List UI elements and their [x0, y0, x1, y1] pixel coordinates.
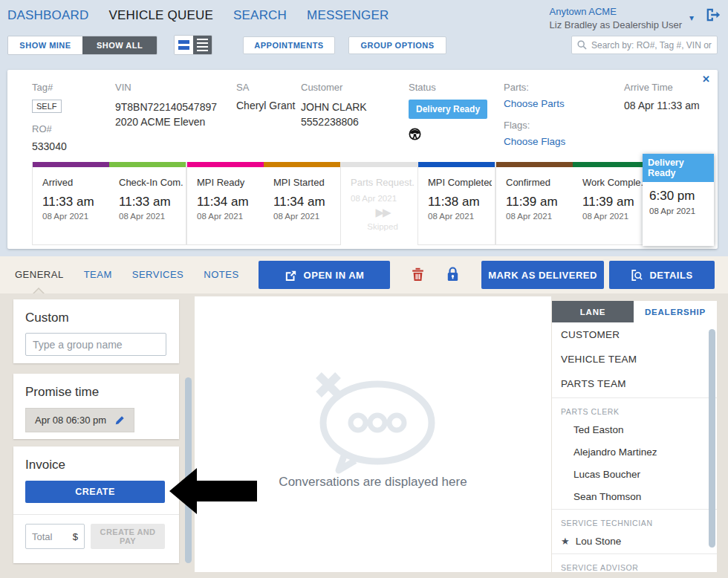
create-invoice-button[interactable]: CREATE [25, 481, 165, 503]
flags-label: Flags: [504, 120, 565, 131]
open-in-am-button[interactable]: OPEN IN AM [259, 261, 390, 289]
invoice-title: Invoice [13, 447, 179, 473]
tab-team[interactable]: TEAM [84, 269, 112, 280]
status-badge[interactable]: Delivery Ready [409, 100, 487, 119]
logout-icon[interactable] [704, 7, 721, 23]
customer-column: Customer JOHN CLARK 5552238806 [301, 82, 367, 130]
nav-vehicle-queue[interactable]: VEHICLE QUEUE [109, 8, 214, 23]
team-list-panel: CUSTOMER VEHICLE TEAM PARTS TEAM PARTS C… [552, 322, 717, 572]
invoice-card: Invoice CREATE $ CREATE AND PAY [13, 447, 179, 563]
member-lou-stone[interactable]: ★Lou Stone [552, 530, 717, 552]
promise-time-title: Promise time [13, 374, 179, 400]
current-step-time: 6:30 pm [649, 189, 707, 204]
timeline-step-mpi-started[interactable]: MPI Started 11:34 am 08 Apr 2021 [264, 162, 340, 244]
nav-search[interactable]: SEARCH [233, 8, 287, 23]
total-input[interactable] [32, 531, 63, 542]
vehicle-queue-app: DASHBOARD VEHICLE QUEUE SEARCH MESSENGER… [0, 0, 728, 578]
timeline-step-confirmed[interactable]: Confirmed 11:39 am 08 Apr 2021 [496, 162, 573, 244]
promise-time-chip[interactable]: Apr 08 06:30 pm [25, 408, 134, 432]
tab-services[interactable]: SERVICES [132, 269, 184, 280]
timeline-color-bar [496, 162, 573, 167]
list-divider [552, 509, 717, 510]
member-lucas-boucher[interactable]: Lucas Boucher [552, 463, 717, 485]
tab-general[interactable]: GENERAL [15, 269, 64, 280]
vin-label: VIN [115, 82, 217, 93]
timeline-color-bar [264, 162, 340, 167]
member-alejandro-martinez[interactable]: Alejandro Martinez [552, 441, 717, 463]
search-icon [577, 40, 587, 50]
timeline-color-bar [33, 162, 109, 167]
nav-dashboard[interactable]: DASHBOARD [7, 8, 89, 23]
annotation-arrow-icon [169, 468, 257, 514]
delete-icon[interactable] [411, 266, 425, 282]
show-all-button[interactable]: SHOW ALL [82, 36, 157, 54]
promise-time-card: Promise time Apr 08 06:30 pm [13, 374, 179, 439]
status-timeline: Arrived 11:33 am 08 Apr 2021 Check-In Co… [32, 162, 650, 245]
details-button[interactable]: DETAILS [609, 261, 715, 289]
timeline-current-step-card[interactable]: Delivery Ready 6:30 pm 08 Apr 2021 [643, 154, 714, 246]
current-step-title: Delivery Ready [643, 154, 714, 182]
invoice-divider [13, 514, 179, 515]
section-service-advisor: SERVICE ADVISOR [552, 556, 717, 572]
search-input[interactable] [591, 40, 712, 51]
custom-group-card: Custom [13, 299, 179, 363]
group-options-button[interactable]: GROUP OPTIONS [348, 36, 446, 54]
card-view-icon[interactable] [175, 36, 193, 54]
mark-as-delivered-button[interactable]: MARK AS DELIVERED [481, 261, 604, 289]
top-navigation: DASHBOARD VEHICLE QUEUE SEARCH MESSENGER [7, 8, 389, 23]
tab-dealership[interactable]: DEALERSHIP [634, 301, 717, 322]
timeline-step-arrived[interactable]: Arrived 11:33 am 08 Apr 2021 [33, 162, 109, 244]
edit-pencil-icon[interactable] [114, 415, 125, 426]
custom-card-title: Custom [13, 299, 179, 325]
view-mode-toggle [174, 35, 212, 55]
list-view-icon[interactable] [193, 36, 212, 54]
choose-parts-link[interactable]: Choose Parts [504, 98, 565, 109]
timeline-step-parts-requested-skipped[interactable]: Parts Request... 08 Apr 2021 ▶▶ Skipped [341, 162, 417, 245]
member-ted-easton[interactable]: Ted Easton [552, 418, 717, 441]
choose-flags-link[interactable]: Choose Flags [504, 136, 565, 147]
timeline-color-bar [109, 162, 186, 167]
empty-conversation-icon [306, 369, 440, 478]
timeline-color-bar [341, 162, 417, 167]
arrive-time-label: Arrive Time [624, 82, 700, 93]
timeline-step-mpi-ready[interactable]: MPI Ready 11:34 am 08 Apr 2021 [187, 162, 264, 244]
user-role-label: Liz Bradley as Dealership User [550, 19, 682, 32]
customer-phone: 5552238806 [301, 114, 367, 129]
active-tab-notch [33, 288, 45, 293]
group-customer[interactable]: CUSTOMER [552, 322, 717, 347]
group-vehicle-team[interactable]: VEHICLE TEAM [552, 347, 717, 371]
star-icon: ★ [561, 536, 570, 547]
group-name-input[interactable] [25, 333, 166, 356]
close-icon[interactable]: ✕ [702, 74, 710, 85]
status-label: Status [409, 82, 487, 93]
ro-label: RO# [32, 123, 67, 134]
current-step-date: 08 Apr 2021 [649, 207, 707, 215]
create-and-pay-button[interactable]: CREATE AND PAY [91, 524, 165, 549]
total-amount-field[interactable]: $ [25, 524, 85, 549]
appointments-button[interactable]: APPOINTMENTS [243, 36, 335, 54]
lock-icon[interactable] [446, 266, 459, 282]
tab-notes[interactable]: NOTES [204, 269, 238, 280]
timeline-step-checkin[interactable]: Check-In Com... 11:33 am 08 Apr 2021 [109, 162, 186, 244]
show-filter-toggle: SHOW MINE SHOW ALL [7, 36, 157, 55]
account-info[interactable]: Anytown ACME Liz Bradley as Dealership U… [550, 5, 682, 31]
group-parts-team[interactable]: PARTS TEAM [552, 371, 717, 396]
arrive-time-value: 08 Apr 11:33 am [624, 100, 700, 111]
details-magnifier-icon [631, 269, 643, 282]
timeline-step-work-completed[interactable]: Work Comple... 11:39 am 08 Apr 2021 [573, 162, 649, 244]
timeline-color-bar [418, 162, 495, 167]
skipped-label: Skipped [351, 222, 415, 231]
tag-column: Tag# SELF RO# 533040 [32, 82, 67, 152]
right-panel-scrollbar[interactable] [709, 329, 715, 548]
list-divider [552, 397, 717, 398]
nav-messenger[interactable]: MESSENGER [307, 8, 389, 23]
account-dropdown-caret-icon[interactable]: ▾ [689, 13, 694, 23]
steering-wheel-icon [409, 128, 487, 143]
member-sean-thomson[interactable]: Sean Thomson [552, 485, 717, 507]
show-mine-button[interactable]: SHOW MINE [8, 36, 82, 54]
timeline-step-mpi-completed[interactable]: MPI Completed 11:38 am 08 Apr 2021 [418, 162, 495, 244]
fast-forward-icon: ▶▶ [351, 206, 415, 219]
sa-value: Cheryl Grant [236, 100, 295, 111]
parts-label: Parts: [504, 82, 565, 93]
tab-lane[interactable]: LANE [552, 301, 634, 322]
